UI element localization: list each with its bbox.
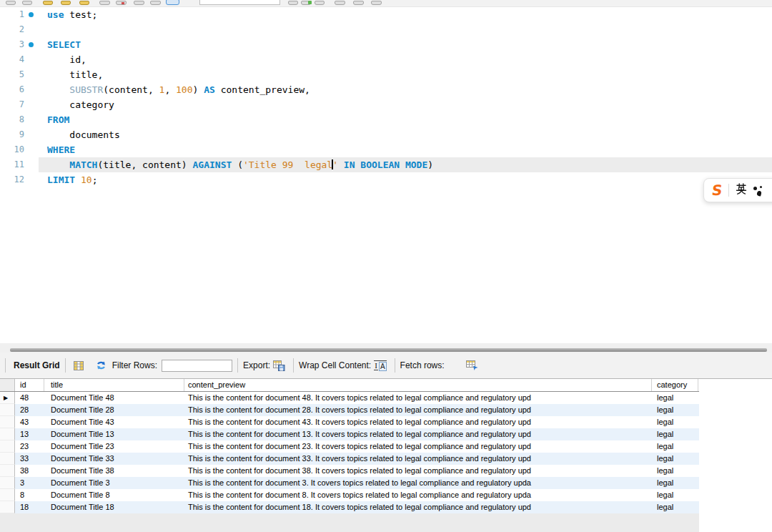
cell-title[interactable]: Document Title 33 (44, 453, 184, 465)
row-gutter[interactable] (0, 489, 15, 501)
cell-content-preview[interactable]: This is the content for document 48. It … (184, 392, 652, 404)
editor-line[interactable]: 9 documents (0, 127, 772, 142)
toolbar-partial-icon[interactable] (353, 1, 364, 5)
code-text[interactable]: title, (39, 67, 772, 82)
cell-category[interactable]: legal (652, 416, 698, 428)
cell-content-preview[interactable]: This is the content for document 23. It … (184, 440, 652, 453)
row-gutter[interactable] (0, 416, 15, 428)
code-text[interactable]: FROM (39, 112, 772, 127)
cell-id[interactable]: 28 (15, 404, 44, 416)
toolbar-search-input[interactable] (199, 0, 280, 5)
ime-toolbar[interactable]: S (703, 178, 772, 202)
toolbar-partial-icon[interactable] (99, 1, 110, 5)
code-text[interactable]: category (39, 97, 772, 112)
toolbar-partial-icon[interactable] (335, 1, 345, 5)
toolbar-partial-icon[interactable] (22, 1, 32, 5)
row-gutter[interactable] (0, 428, 15, 440)
code-text[interactable]: SUBSTR(content, 1, 100) AS content_previ… (39, 82, 772, 97)
editor-line[interactable]: 4 id, (0, 52, 772, 67)
toolbar-execute-icon[interactable] (43, 1, 53, 5)
table-row[interactable]: 38Document Title 38This is the content f… (0, 465, 699, 477)
cell-category[interactable]: legal (652, 501, 698, 513)
toolbar-partial-icon[interactable] (134, 1, 144, 5)
cell-category[interactable]: legal (652, 440, 698, 453)
cell-category[interactable]: legal (652, 453, 698, 465)
filter-rows-input[interactable] (162, 360, 232, 372)
editor-line[interactable]: 2 (0, 22, 772, 37)
cell-content-preview[interactable]: This is the content for document 8. It c… (184, 489, 652, 501)
table-row[interactable]: 18Document Title 18This is the content f… (0, 501, 699, 513)
row-gutter[interactable] (0, 477, 15, 489)
editor-line[interactable]: 3SELECT (0, 37, 772, 52)
cell-id[interactable]: 43 (15, 416, 44, 428)
toolbar-execute-icon[interactable] (61, 1, 71, 5)
row-gutter[interactable] (0, 465, 15, 477)
editor-line[interactable]: 1use test; (0, 7, 772, 22)
code-text[interactable]: LIMIT 10; (39, 172, 772, 187)
code-text[interactable]: SELECT (39, 37, 772, 52)
table-row[interactable]: 23Document Title 23This is the content f… (0, 440, 699, 453)
editor-line[interactable]: 8FROM (0, 112, 772, 127)
cell-title[interactable]: Document Title 43 (44, 416, 184, 428)
cell-content-preview[interactable]: This is the content for document 18. It … (184, 501, 652, 513)
refresh-icon[interactable] (96, 360, 107, 370)
table-row[interactable]: 13Document Title 13This is the content f… (0, 428, 699, 440)
table-row[interactable]: 28Document Title 28This is the content f… (0, 404, 699, 416)
fetch-more-rows-icon[interactable] (466, 360, 478, 370)
column-header-title[interactable]: title (44, 379, 184, 391)
row-selector-header[interactable] (0, 379, 15, 391)
cell-content-preview[interactable]: This is the content for document 28. It … (184, 404, 652, 416)
column-header-id[interactable]: id (15, 379, 44, 391)
splitter-handle[interactable] (10, 348, 767, 352)
cell-title[interactable]: Document Title 13 (44, 428, 184, 440)
editor-line[interactable]: 12LIMIT 10; (0, 172, 772, 187)
sogou-logo-icon[interactable]: S (711, 183, 723, 197)
cell-id[interactable]: 38 (15, 465, 44, 477)
cell-category[interactable]: legal (652, 428, 698, 440)
cell-category[interactable]: legal (652, 477, 698, 489)
cell-id[interactable]: 18 (15, 501, 44, 513)
row-gutter[interactable] (0, 404, 15, 416)
cell-category[interactable]: legal (652, 489, 698, 501)
cell-content-preview[interactable]: This is the content for document 38. It … (184, 465, 652, 477)
toolbar-add-icon[interactable] (301, 1, 311, 5)
table-row[interactable]: 3Document Title 3This is the content for… (0, 477, 699, 489)
cell-title[interactable]: Document Title 3 (44, 477, 184, 489)
cell-id[interactable]: 23 (15, 440, 44, 453)
cell-id[interactable]: 8 (15, 489, 44, 501)
row-gutter[interactable] (0, 440, 15, 453)
row-gutter[interactable]: ▶ (0, 392, 15, 404)
code-text[interactable]: id, (39, 52, 772, 67)
editor-line[interactable]: 10WHERE (0, 142, 772, 157)
code-text[interactable]: documents (39, 127, 772, 142)
wrap-cell-content-icon[interactable]: IA (374, 360, 386, 371)
toolbar-partial-icon[interactable] (315, 1, 325, 5)
cell-category[interactable]: legal (652, 392, 698, 404)
cell-title[interactable]: Document Title 38 (44, 465, 184, 477)
sql-editor[interactable]: 1use test;23SELECT4 id,5 title,6 SUBSTR(… (0, 7, 772, 343)
row-gutter[interactable] (0, 501, 15, 513)
table-row[interactable]: 43Document Title 43This is the content f… (0, 416, 699, 428)
cell-content-preview[interactable]: This is the content for document 43. It … (184, 416, 652, 428)
cell-content-preview[interactable]: This is the content for document 33. It … (184, 453, 652, 465)
editor-line[interactable]: 5 title, (0, 67, 772, 82)
column-header-category[interactable]: category (652, 379, 698, 391)
cell-title[interactable]: Document Title 28 (44, 404, 184, 416)
cell-id[interactable]: 33 (15, 453, 44, 465)
table-row[interactable]: 8Document Title 8This is the content for… (0, 489, 699, 501)
cell-title[interactable]: Document Title 23 (44, 440, 184, 453)
code-text[interactable] (39, 22, 772, 37)
row-gutter[interactable] (0, 453, 15, 465)
toolbar-partial-icon[interactable] (288, 1, 298, 5)
cell-content-preview[interactable]: This is the content for document 13. It … (184, 428, 652, 440)
code-text[interactable]: use test; (39, 7, 772, 22)
toolbar-toggle-selected-icon[interactable] (166, 0, 179, 5)
cell-category[interactable]: legal (652, 404, 698, 416)
code-text[interactable]: WHERE (39, 142, 772, 157)
cell-category[interactable]: legal (652, 465, 698, 477)
toolbar-partial-icon[interactable] (6, 1, 16, 5)
toolbar-partial-icon[interactable] (371, 1, 382, 5)
column-header-content-preview[interactable]: content_preview (184, 379, 652, 391)
editor-line[interactable]: 7 category (0, 97, 772, 112)
code-text[interactable]: MATCH(title, content) AGAINST ('Title 99… (39, 157, 772, 172)
